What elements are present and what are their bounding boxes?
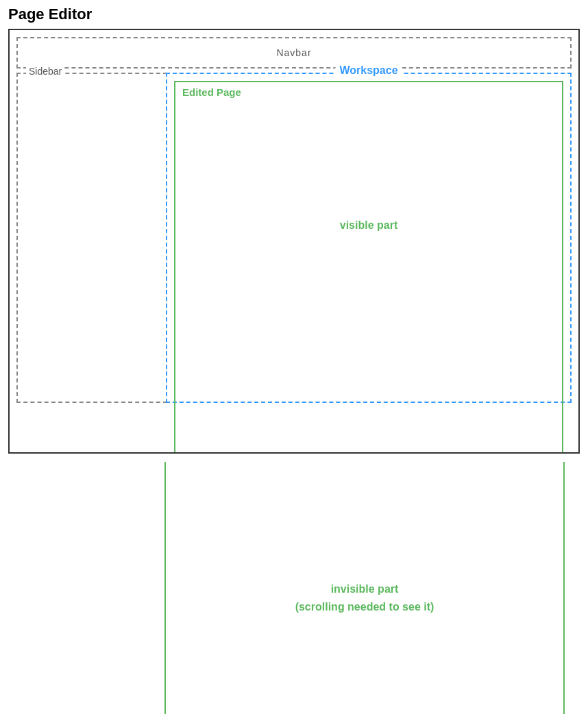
extended-area: invisible part(scrolling needed to see i…: [8, 462, 580, 714]
visible-part-label: visible part: [340, 219, 397, 232]
invisible-part-label: invisible part(scrolling needed to see i…: [295, 580, 434, 615]
sidebar-box: Sidebar: [16, 73, 167, 403]
workspace-box: Workspace Edited Page visible part: [166, 73, 572, 403]
page-title: Page Editor: [0, 0, 588, 29]
navbar-box: Navbar: [16, 37, 572, 69]
inner-row: Sidebar Workspace Edited Page visible pa…: [16, 73, 572, 403]
edited-page-extension: invisible part(scrolling needed to see i…: [164, 462, 565, 714]
workspace-label: Workspace: [335, 64, 402, 77]
sidebar-label: Sidebar: [26, 66, 64, 77]
edited-page-box: Edited Page visible part: [174, 81, 563, 454]
editor-outer-border: Navbar Sidebar Workspace Edited Page vis…: [8, 29, 580, 454]
edited-page-label: Edited Page: [182, 86, 241, 98]
navbar-label: Navbar: [276, 47, 311, 58]
